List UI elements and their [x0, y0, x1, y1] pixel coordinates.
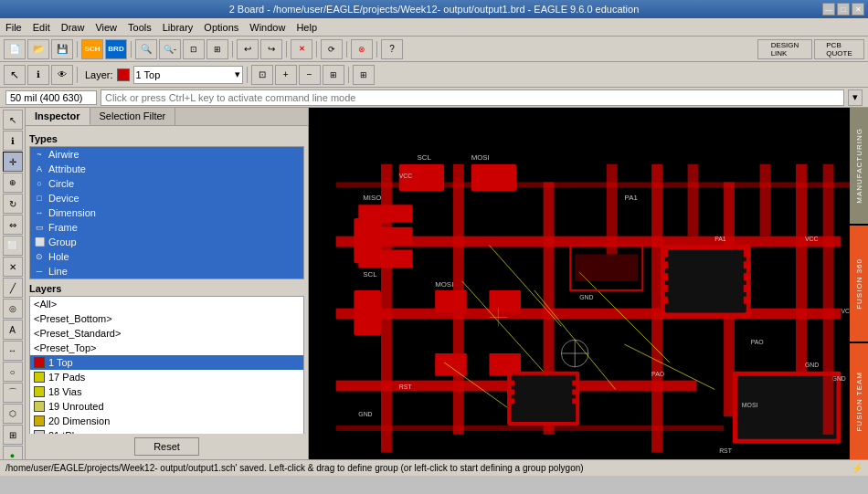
group-tool[interactable]: ⬜ [3, 236, 23, 256]
layer-name: 1 Top [136, 69, 161, 80]
menu-window[interactable]: Window [244, 20, 291, 35]
layer-preset-top[interactable]: <Preset_Top> [30, 341, 303, 355]
open-button[interactable]: 📂 [27, 39, 49, 59]
svg-rect-77 [760, 164, 771, 236]
layer-dropdown[interactable]: 1 Top ▾ [133, 66, 243, 84]
zoom-out2-button[interactable]: − [299, 65, 321, 85]
type-line[interactable]: ─ Line [30, 264, 303, 279]
layer-1-top[interactable]: 1 Top [30, 355, 303, 370]
layer-17-pads[interactable]: 17 Pads [30, 370, 303, 384]
undo-button[interactable]: ↩ [237, 39, 259, 59]
title-bar: 2 Board - /home/user/EAGLE/projects/Week… [0, 0, 868, 18]
command-input[interactable] [101, 89, 844, 106]
zoom-out-button[interactable]: 🔍- [159, 39, 181, 59]
drc-button[interactable]: ✕ [291, 39, 312, 59]
tab-inspector[interactable]: Inspector [26, 108, 90, 125]
zoom-fit-button[interactable]: ⊡ [183, 39, 205, 59]
layer-preset-standard[interactable]: <Preset_Standard> [30, 326, 303, 341]
zoom-select-button[interactable]: ⊞ [206, 39, 228, 59]
grid-button[interactable]: ⊞ [353, 65, 375, 85]
save-button[interactable]: 💾 [51, 39, 73, 59]
type-device[interactable]: □ Device [30, 191, 303, 205]
wire-tool[interactable]: ╱ [3, 278, 23, 298]
add-tool[interactable]: ⊞ [3, 425, 23, 445]
drc-tool[interactable]: ● [3, 446, 23, 459]
type-dimension[interactable]: ↔ Dimension [30, 205, 303, 220]
menu-edit[interactable]: Edit [27, 20, 56, 35]
info-tool[interactable]: ℹ [27, 65, 49, 85]
redo-button[interactable]: ↪ [260, 39, 282, 59]
svg-rect-22 [661, 285, 668, 292]
type-attribute[interactable]: A Attribute [30, 162, 303, 176]
arc-tool[interactable]: ⌒ [3, 383, 23, 403]
panel-bottom: Reset [26, 434, 308, 459]
menu-options[interactable]: Options [198, 20, 244, 35]
svg-rect-28 [744, 297, 751, 304]
menu-library[interactable]: Library [157, 20, 199, 35]
polygon-tool[interactable]: ⬡ [3, 404, 23, 424]
delete-tool[interactable]: ✕ [3, 257, 23, 277]
eye-tool[interactable]: 👁 [51, 65, 73, 85]
text-tool[interactable]: A [3, 320, 23, 340]
svg-text:PA1: PA1 [715, 236, 726, 242]
maximize-button[interactable]: □ [837, 3, 850, 16]
zoom-in-button[interactable]: 🔍 [135, 39, 157, 59]
layer-18-vias[interactable]: 18 Vias [30, 384, 303, 399]
sch-button[interactable]: SCH [81, 39, 103, 59]
via-tool[interactable]: ◎ [3, 299, 23, 319]
pcb-quote-button[interactable]: PCBQUOTE [814, 39, 864, 59]
type-group[interactable]: ⬜ Group [30, 235, 303, 249]
layer-20-dimension[interactable]: 20 Dimension [30, 414, 303, 428]
close-button[interactable]: ✕ [852, 3, 864, 16]
reset-button[interactable]: Reset [134, 437, 199, 456]
info-tool-left[interactable]: ℹ [3, 131, 23, 151]
copy-tool[interactable]: ⊕ [3, 173, 23, 193]
layer-19-unrouted[interactable]: 19 Unrouted [30, 399, 303, 414]
window-controls: — □ ✕ [822, 3, 864, 16]
svg-rect-55 [507, 389, 514, 394]
menu-view[interactable]: View [90, 20, 122, 35]
menu-draw[interactable]: Draw [56, 20, 90, 35]
menu-help[interactable]: Help [291, 20, 323, 35]
type-frame[interactable]: ▭ Frame [30, 220, 303, 235]
menu-tools[interactable]: Tools [122, 20, 157, 35]
type-hole[interactable]: ⊙ Hole [30, 249, 303, 264]
type-group-label: Group [48, 236, 77, 247]
svg-text:PA1: PA1 [624, 194, 637, 202]
svg-rect-24 [744, 249, 751, 257]
svg-rect-53 [511, 375, 576, 422]
type-airwire[interactable]: ~ Airwire [30, 147, 303, 162]
layer-preset-all[interactable]: <All> [30, 297, 303, 311]
manufacturing-label: MANUFACTURING [855, 128, 863, 204]
tab-selection-filter[interactable]: Selection Filter [90, 108, 176, 125]
pointer-tool[interactable]: ↖ [4, 65, 26, 85]
dimension-tool[interactable]: ↔ [3, 341, 23, 361]
brd-button[interactable]: BRD [105, 39, 127, 59]
layer-preset-all-label: <All> [34, 299, 57, 310]
minimize-button[interactable]: — [822, 3, 835, 16]
fusion-team-panel[interactable]: FUSION TEAM [850, 343, 868, 459]
circle-tool[interactable]: ○ [3, 362, 23, 382]
svg-rect-20 [661, 261, 668, 268]
type-hole-label: Hole [48, 251, 69, 262]
layer-preset-bottom[interactable]: <Preset_Bottom> [30, 311, 303, 326]
manufacturing-panel[interactable]: MANUFACTURING [850, 108, 868, 224]
command-dropdown[interactable]: ▾ [848, 89, 863, 106]
design-link-button[interactable]: DESIGNLINK [757, 39, 812, 59]
fusion360-panel[interactable]: FUSION 360 [850, 226, 868, 342]
menu-file[interactable]: File [0, 20, 27, 35]
errors-button[interactable]: ⊗ [351, 39, 373, 59]
rotate-tool[interactable]: ↻ [3, 194, 23, 214]
mirror-tool[interactable]: ⇔ [3, 215, 23, 235]
zoom-select2-button[interactable]: ⊞ [323, 65, 344, 85]
dimension-icon: ↔ [34, 207, 45, 218]
ratsnest-button[interactable]: ⟳ [321, 39, 343, 59]
new-button[interactable]: 📄 [4, 39, 26, 59]
zoom-fit2-button[interactable]: ⊡ [251, 65, 273, 85]
select-tool[interactable]: ↖ [3, 110, 23, 130]
pcb-canvas-area[interactable]: MISO SCL MOSI PA1 SCL MOSI VCC VCC VCC G… [309, 108, 868, 459]
zoom-in2-button[interactable]: + [275, 65, 297, 85]
move-tool[interactable]: ✛ [3, 152, 23, 172]
type-circle[interactable]: ○ Circle [30, 176, 303, 191]
help-button[interactable]: ? [381, 39, 403, 59]
